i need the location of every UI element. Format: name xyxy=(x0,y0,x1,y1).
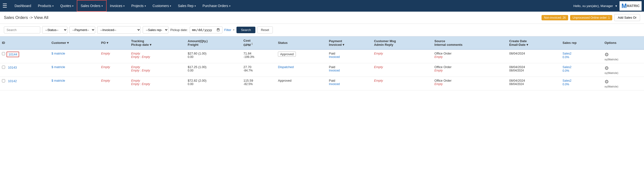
cell-amount-10144: $27.60 (1.00) 0.00 xyxy=(186,50,242,63)
cell-po-10142: Empty xyxy=(99,77,129,90)
customer-link-10144[interactable]: $ matricle xyxy=(51,52,65,55)
nav-label-projects: Projects xyxy=(131,4,144,8)
row-checkbox-10143[interactable] xyxy=(2,66,5,69)
nav-label-dashboard: Dashboard xyxy=(14,4,31,8)
nav-item-quotes[interactable]: Quotes ▾ xyxy=(57,0,77,12)
nav-item-sales-orders[interactable]: Sales Orders ▾ xyxy=(77,0,106,12)
cell-source-10144: Office Order Empty xyxy=(432,50,507,63)
options-extra-10143: xy(Matricle) xyxy=(604,72,618,74)
search-input[interactable] xyxy=(4,26,40,34)
cell-status-10142: Approved xyxy=(276,77,327,90)
invoiced-select[interactable]: --Invoiced-- Invoiced Non-invoiced xyxy=(97,26,141,34)
pickup-value-10142: Empty : Empty xyxy=(131,82,184,86)
breadcrumb-row: Sales Orders -> View All Non-invoiced: 2… xyxy=(0,12,644,24)
amount-value-10142: $72.82 (2.00) xyxy=(188,79,206,82)
table-row: 10142 $ matricle Empty Empty Empty : Emp… xyxy=(0,77,644,90)
order-id-link-10142[interactable]: 10142 xyxy=(8,79,17,83)
cell-customer-10142: $ matricle xyxy=(50,77,99,90)
cell-status-10143: Dispatched xyxy=(276,63,327,77)
internal-value-10142: Empty xyxy=(434,82,506,86)
chevron-down-icon: ▾ xyxy=(102,4,103,7)
internal-value-10144: Empty xyxy=(434,55,506,59)
chevron-down-icon: ▾ xyxy=(170,4,171,7)
cell-sales-rep-10144: Sales20.0% xyxy=(561,50,602,63)
filter-link[interactable]: Filter xyxy=(224,28,232,32)
nav-item-projects[interactable]: Projects ▾ xyxy=(128,0,149,12)
cell-sales-rep-10143: Sales20.0% xyxy=(561,63,602,77)
nav-item-dashboard[interactable]: Dashboard xyxy=(11,0,35,12)
create-date-value-10144: 08/04/2024 xyxy=(509,52,525,55)
nav-label-invoices: Invoices xyxy=(110,4,122,8)
email-date-value-10142: 08/04/2024 xyxy=(509,82,559,86)
page-title: Sales Orders -> View All xyxy=(4,15,48,20)
chevron-down-icon: ▾ xyxy=(194,4,196,7)
nav-item-sales-rep[interactable]: Sales Rep ▾ xyxy=(174,0,199,12)
logo-text: MATRIC xyxy=(627,4,640,8)
cell-status-10144: Approved xyxy=(276,50,327,63)
order-id-link-10144[interactable]: 10144 xyxy=(8,52,17,56)
nav-right: Hello, xu yan(abc), Manager ▾ xyxy=(574,4,617,8)
hamburger-icon[interactable]: ☰ xyxy=(2,3,7,8)
col-header-options: Options xyxy=(602,36,644,50)
row-checkbox-10142[interactable] xyxy=(2,79,5,82)
search-button[interactable]: Search xyxy=(236,27,255,33)
sort-icon-customer: ▾ xyxy=(67,41,69,44)
sales-rep-select[interactable]: --Sales rep- Sales2 xyxy=(143,26,168,34)
nav-item-products[interactable]: Products ▾ xyxy=(35,0,57,12)
options-icon-10142[interactable]: ⚙ xyxy=(604,79,609,84)
sort-icon-po: ▾ xyxy=(106,41,108,44)
badge-non-invoiced[interactable]: Non-invoiced: 26 xyxy=(542,15,568,20)
cell-customer-msg-10143: Empty xyxy=(372,63,432,77)
options-icon-10144[interactable]: ⚙ xyxy=(604,52,609,57)
invoiced-value-10143: Invoiced xyxy=(329,69,370,72)
logo: MMATRIC xyxy=(620,1,642,11)
cell-date-10144: 08/04/2024 xyxy=(507,50,561,63)
cell-amount-10143: $17.25 (1.00) 0.00 xyxy=(186,63,242,77)
freight-value-10144: 0.00 xyxy=(188,55,240,59)
nav-item-purchase-orders[interactable]: Purchase Orders ▾ xyxy=(199,0,234,12)
row-checkbox-10144[interactable] xyxy=(2,52,5,55)
user-greeting[interactable]: Hello, xu yan(abc), Manager xyxy=(574,4,613,8)
nav-item-customers[interactable]: Customers ▾ xyxy=(149,0,175,12)
col-header-tracking[interactable]: TrackingPickup date ▾ xyxy=(129,36,186,50)
order-id-link-10143[interactable]: 10143 xyxy=(8,66,17,69)
pickup-value-10143: Empty : Empty xyxy=(131,69,184,72)
col-header-customer[interactable]: Customer ▾ xyxy=(50,36,99,50)
table-container: ID Customer ▾ PO ▾ TrackingPickup date ▾… xyxy=(0,36,644,90)
nav-item-invoices[interactable]: Invoices ▾ xyxy=(106,0,128,12)
sales-rep-value-10142: Sales20.0% xyxy=(562,79,572,86)
status-select[interactable]: --Status-- Approved Dispatched Pending xyxy=(42,26,67,34)
col-header-payment[interactable]: PaymentInvoiced ▾ xyxy=(327,36,372,50)
pickup-date-label: Pickup date: xyxy=(170,28,188,32)
col-header-source: SourceInternal comments xyxy=(432,36,507,50)
col-header-po[interactable]: PO ▾ xyxy=(99,36,129,50)
add-sales-order-button[interactable]: Add Sales Or xyxy=(614,14,640,21)
sort-icon-date: ▾ xyxy=(526,43,528,46)
customer-link-10142[interactable]: $ matricle xyxy=(51,79,65,82)
options-extra-10144: xy(Matricle) xyxy=(604,58,618,61)
cost-value-10144: 71.84 xyxy=(244,52,252,55)
source-value-10142: Office Order xyxy=(434,79,452,82)
sort-icon-tracking: ▾ xyxy=(150,43,152,46)
col-header-id: ID xyxy=(0,36,50,50)
reset-button[interactable]: Reset xyxy=(257,26,273,34)
badge-unprocessed-online[interactable]: Unprocessed Online order: 1 xyxy=(570,15,612,20)
col-header-customer-msg: Customer MsgAdmin Reply xyxy=(372,36,432,50)
cell-payment-10143: Paid Invoiced xyxy=(327,63,372,77)
cell-amount-10142: $72.82 (2.00) 0.00 xyxy=(186,77,242,90)
nav-label-purchase-orders: Purchase Orders xyxy=(202,4,228,8)
freight-value-10143: 0.00 xyxy=(188,69,240,72)
cell-options-10142: ⚙ xy(Matricle) xyxy=(602,77,644,90)
gpm-info-icon: ℹ xyxy=(252,42,252,45)
options-icon-10143[interactable]: ⚙ xyxy=(604,66,609,71)
pickup-date-input[interactable] xyxy=(190,26,222,34)
cell-id-10144: 10144 xyxy=(0,50,50,63)
cell-customer-10143: $ matricle xyxy=(50,63,99,77)
options-extra-10142: xy(Matricle) xyxy=(604,85,618,88)
customer-link-10143[interactable]: $ matricle xyxy=(51,65,65,69)
col-header-create-date[interactable]: Create DateEmail-Date ▾ xyxy=(507,36,561,50)
cell-options-10144: ⚙ xy(Matricle) xyxy=(602,50,644,63)
cell-id-10142: 10142 xyxy=(0,77,50,90)
cell-cost-10144: 71.84 -199.3% xyxy=(242,50,276,63)
payment-select[interactable]: --Payment-- Paid Unpaid xyxy=(69,26,95,34)
